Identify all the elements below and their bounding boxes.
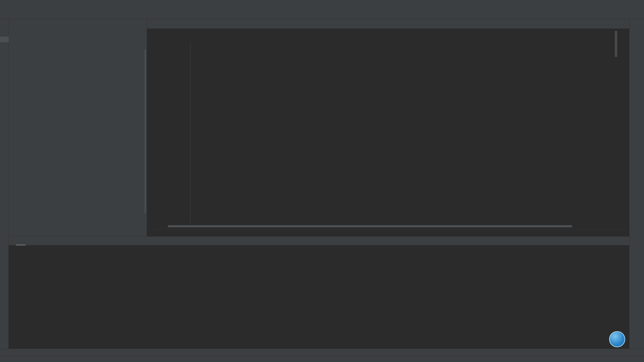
maximize-button[interactable] xyxy=(614,0,629,9)
run-header xyxy=(9,236,629,245)
status-bar xyxy=(0,356,644,362)
recording-timer xyxy=(609,331,625,347)
minimize-button[interactable] xyxy=(599,0,614,9)
right-tool-strip xyxy=(629,19,644,349)
window-controls xyxy=(599,0,644,9)
run-tool-window xyxy=(9,236,629,349)
title-bar xyxy=(0,0,644,9)
project-panel-header xyxy=(9,19,147,28)
main-toolbar xyxy=(0,9,644,19)
toolwindow-bar xyxy=(0,349,644,356)
error-stripe xyxy=(614,29,628,228)
tree-scrollbar[interactable] xyxy=(145,49,146,214)
code-editor[interactable] xyxy=(147,28,629,229)
indent-guide xyxy=(190,42,191,223)
editor-breadcrumb-bar xyxy=(147,229,629,236)
project-panel xyxy=(9,19,147,236)
editor-tab-bar xyxy=(147,19,629,28)
close-button[interactable] xyxy=(629,0,644,9)
left-tool-strip xyxy=(0,19,9,349)
editor-horizontal-scrollbar[interactable] xyxy=(168,225,589,227)
tool-strip-project[interactable] xyxy=(0,37,9,42)
run-tab[interactable] xyxy=(16,236,25,245)
